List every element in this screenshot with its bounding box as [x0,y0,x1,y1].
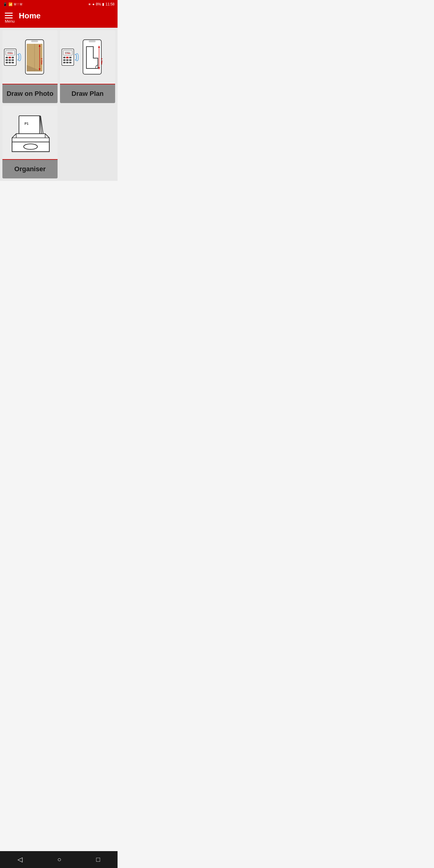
svg-rect-34 [63,62,66,63]
draw-plan-card[interactable]: 3.78m WÜRTH [60,30,115,103]
draw-on-photo-label: Draw on Photo [2,84,58,103]
svg-text:2.31m: 2.31m [40,58,43,65]
page-title: Home [19,11,41,20]
draw-on-photo-card[interactable]: 2.31m WÜRTH [2,30,58,103]
svg-rect-28 [63,57,66,58]
svg-text:3.78m: 3.78m [100,58,103,65]
draw-plan-label: Draw Plan [60,84,115,103]
svg-rect-35 [66,62,69,63]
svg-rect-29 [66,57,69,58]
svg-rect-33 [69,59,72,61]
wifi-icon: 📶 [8,2,13,6]
alert-icon: ! [18,2,19,6]
battery-icon: ▮ [102,2,104,6]
svg-rect-4 [6,57,8,58]
svg-rect-32 [66,59,69,61]
svg-text:WÜRTH: WÜRTH [7,52,13,53]
status-bar: 📱 📶 M ! M ∗ ● 8% ▮ 11:58 [0,0,118,8]
location-icon: ● [92,2,94,6]
draw-plan-image: 3.78m WÜRTH [60,30,115,84]
draw-on-photo-svg: 2.31m WÜRTH [2,31,58,83]
svg-rect-9 [12,59,14,61]
bluetooth-icon: ∗ [88,2,91,6]
mail-icon: M [20,3,22,6]
svg-rect-30 [69,57,72,58]
time-display: 11:58 [105,2,115,6]
gmail-icon: M [14,3,16,6]
battery-text: 8% [96,2,101,6]
svg-rect-6 [12,57,14,58]
svg-rect-31 [63,59,66,61]
svg-rect-11 [9,62,11,63]
app-header: Menu Home [0,8,118,28]
svg-rect-8 [9,59,11,61]
sim-icon: 📱 [3,2,7,6]
status-left-icons: 📱 📶 M ! M [3,2,22,6]
svg-text:P1: P1 [24,122,28,125]
svg-rect-10 [6,62,8,63]
organiser-card[interactable]: P1 Organiser [2,105,58,179]
svg-rect-48 [12,142,50,152]
svg-rect-7 [6,59,8,61]
svg-rect-5 [9,57,11,58]
status-right-info: ∗ ● 8% ▮ 11:58 [88,2,115,6]
svg-text:WÜRTH: WÜRTH [65,52,70,53]
main-grid: 2.31m WÜRTH [0,28,118,181]
svg-rect-12 [12,62,14,63]
organiser-svg: P1 [2,107,58,158]
svg-rect-36 [69,62,72,63]
draw-plan-svg: 3.78m WÜRTH [60,31,115,83]
organiser-image: P1 [2,105,58,160]
draw-on-photo-image: 2.31m WÜRTH [2,30,58,84]
svg-rect-14 [31,40,38,42]
svg-rect-38 [89,40,96,42]
organiser-label: Organiser [2,160,58,179]
menu-button[interactable]: Menu [5,11,15,24]
